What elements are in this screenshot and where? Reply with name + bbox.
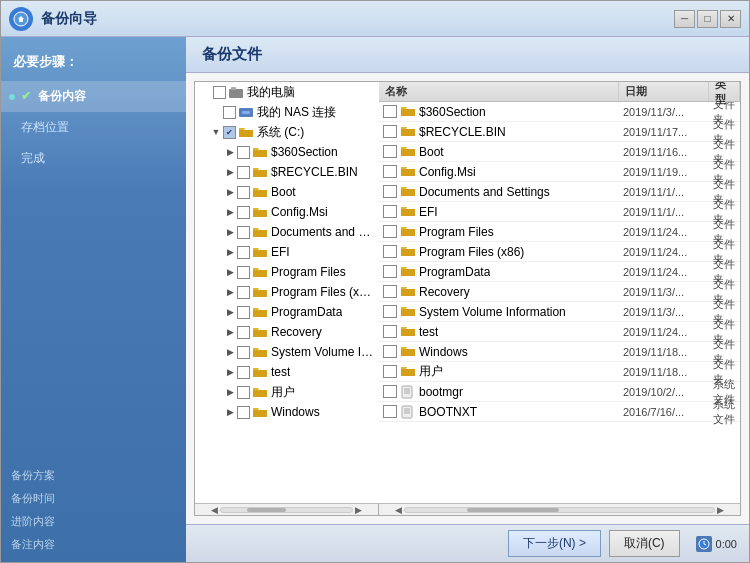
sidebar-item-storage-location[interactable]: 存档位置 <box>1 112 186 143</box>
list-row[interactable]: EFI2019/11/1/...文件夹 <box>379 202 740 222</box>
tree-checkbox[interactable]: ✔ <box>223 126 236 139</box>
list-checkbox[interactable] <box>383 365 397 378</box>
sidebar-link-backup-time[interactable]: 备份时间 <box>11 489 176 508</box>
list-checkbox[interactable] <box>383 105 397 118</box>
list-scroll-thumb[interactable] <box>467 508 560 512</box>
expand-icon[interactable]: ▶ <box>223 185 237 199</box>
list-checkbox[interactable] <box>383 205 397 218</box>
tree-checkbox[interactable] <box>237 366 250 379</box>
tree-item-config-msi[interactable]: ▶Config.Msi <box>195 202 380 222</box>
list-checkbox[interactable] <box>383 325 397 338</box>
expand-icon[interactable]: ▶ <box>223 365 237 379</box>
list-checkbox[interactable] <box>383 265 397 278</box>
tree-checkbox[interactable] <box>237 326 250 339</box>
tree-scroll-thumb[interactable] <box>247 508 286 512</box>
tree-checkbox[interactable] <box>237 206 250 219</box>
tree-item-programdata[interactable]: ▶ProgramData <box>195 302 380 322</box>
tree-checkbox[interactable] <box>237 406 250 419</box>
list-row[interactable]: Windows2019/11/18...文件夹 <box>379 342 740 362</box>
tree-checkbox[interactable] <box>237 386 250 399</box>
tree-item-users-tree[interactable]: ▶用户 <box>195 382 380 402</box>
expand-icon[interactable]: ▶ <box>223 405 237 419</box>
expand-icon[interactable]: ▶ <box>223 385 237 399</box>
tree-checkbox[interactable] <box>237 246 250 259</box>
expand-icon[interactable]: ▶ <box>223 285 237 299</box>
tree-item-test[interactable]: ▶test <box>195 362 380 382</box>
list-checkbox[interactable] <box>383 145 397 158</box>
expand-icon[interactable]: ▶ <box>223 305 237 319</box>
tree-item-360section[interactable]: ▶$360Section <box>195 142 380 162</box>
expand-icon[interactable]: ▶ <box>223 205 237 219</box>
list-row[interactable]: 用户2019/11/18...文件夹 <box>379 362 740 382</box>
scroll-left-arrow[interactable]: ◀ <box>209 505 220 515</box>
list-hscroll[interactable]: ◀ ▶ <box>379 503 740 515</box>
tree-checkbox[interactable] <box>237 186 250 199</box>
list-row[interactable]: Boot2019/11/16...文件夹 <box>379 142 740 162</box>
expand-icon[interactable]: ▶ <box>223 245 237 259</box>
tree-item-system-c[interactable]: ▼✔系统 (C:) <box>195 122 380 142</box>
tree-item-program-files-x86[interactable]: ▶Program Files (x86... <box>195 282 380 302</box>
tree-checkbox[interactable] <box>237 286 250 299</box>
expand-icon[interactable]: ▶ <box>223 145 237 159</box>
list-row[interactable]: Config.Msi2019/11/19...文件夹 <box>379 162 740 182</box>
sidebar-link-comment[interactable]: 备注内容 <box>11 535 176 554</box>
expand-icon[interactable]: ▶ <box>223 225 237 239</box>
close-button[interactable]: ✕ <box>720 10 741 28</box>
tree-checkbox[interactable] <box>237 166 250 179</box>
tree-checkbox[interactable] <box>223 106 236 119</box>
expand-icon[interactable] <box>199 85 213 99</box>
expand-icon[interactable]: ▶ <box>223 345 237 359</box>
list-checkbox[interactable] <box>383 245 397 258</box>
tree-item-my-computer[interactable]: 我的电脑 <box>195 82 380 102</box>
tree-item-nas[interactable]: 我的 NAS 连接 <box>195 102 380 122</box>
list-row[interactable]: Program Files (x86)2019/11/24...文件夹 <box>379 242 740 262</box>
tree-checkbox[interactable] <box>237 306 250 319</box>
list-row[interactable]: Documents and Settings2019/11/1/...文件夹 <box>379 182 740 202</box>
tree-item-boot[interactable]: ▶Boot <box>195 182 380 202</box>
list-checkbox[interactable] <box>383 225 397 238</box>
list-scroll-track[interactable] <box>404 507 715 513</box>
tree-checkbox[interactable] <box>237 146 250 159</box>
tree-item-windows[interactable]: ▶Windows <box>195 402 380 422</box>
cancel-button[interactable]: 取消(C) <box>609 530 680 557</box>
list-row[interactable]: Recovery2019/11/3/...文件夹 <box>379 282 740 302</box>
list-row[interactable]: $360Section2019/11/3/...文件夹 <box>379 102 740 122</box>
list-row[interactable]: ProgramData2019/11/24...文件夹 <box>379 262 740 282</box>
sidebar-item-backup-content[interactable]: ✔ 备份内容 <box>1 81 186 112</box>
tree-item-recycle[interactable]: ▶$RECYCLE.BIN <box>195 162 380 182</box>
expand-icon[interactable]: ▼ <box>209 125 223 139</box>
scroll-right-arrow[interactable]: ▶ <box>353 505 364 515</box>
list-checkbox[interactable] <box>383 185 397 198</box>
list-scroll-left-arrow[interactable]: ◀ <box>393 505 404 515</box>
list-row[interactable]: BOOTNXT2016/7/16/...系统文件 <box>379 402 740 422</box>
tree-item-efi[interactable]: ▶EFI <box>195 242 380 262</box>
minimize-button[interactable]: ─ <box>674 10 695 28</box>
tree-scroll-track[interactable] <box>220 507 353 513</box>
tree-checkbox[interactable] <box>213 86 226 99</box>
expand-icon[interactable]: ▶ <box>223 325 237 339</box>
maximize-button[interactable]: □ <box>697 10 718 28</box>
list-row[interactable]: $RECYCLE.BIN2019/11/17...文件夹 <box>379 122 740 142</box>
list-checkbox[interactable] <box>383 385 397 398</box>
list-row[interactable]: Program Files2019/11/24...文件夹 <box>379 222 740 242</box>
list-row[interactable]: System Volume Information2019/11/3/...文件… <box>379 302 740 322</box>
sidebar-link-advanced[interactable]: 进阶内容 <box>11 512 176 531</box>
list-row[interactable]: bootmgr2019/10/2/...系统文件 <box>379 382 740 402</box>
list-checkbox[interactable] <box>383 405 397 418</box>
list-scroll-right-arrow[interactable]: ▶ <box>715 505 726 515</box>
list-checkbox[interactable] <box>383 285 397 298</box>
tree-checkbox[interactable] <box>237 226 250 239</box>
tree-checkbox[interactable] <box>237 346 250 359</box>
list-checkbox[interactable] <box>383 165 397 178</box>
list-checkbox[interactable] <box>383 345 397 358</box>
tree-item-recovery[interactable]: ▶Recovery <box>195 322 380 342</box>
tree-checkbox[interactable] <box>237 266 250 279</box>
next-button[interactable]: 下一步(N) > <box>508 530 601 557</box>
list-checkbox[interactable] <box>383 305 397 318</box>
expand-icon[interactable] <box>209 105 223 119</box>
tree-item-documents[interactable]: ▶Documents and Se... <box>195 222 380 242</box>
sidebar-link-backup-scheme[interactable]: 备份方案 <box>11 466 176 485</box>
tree-item-program-files[interactable]: ▶Program Files <box>195 262 380 282</box>
expand-icon[interactable]: ▶ <box>223 265 237 279</box>
tree-hscroll[interactable]: ◀ ▶ <box>195 503 378 515</box>
